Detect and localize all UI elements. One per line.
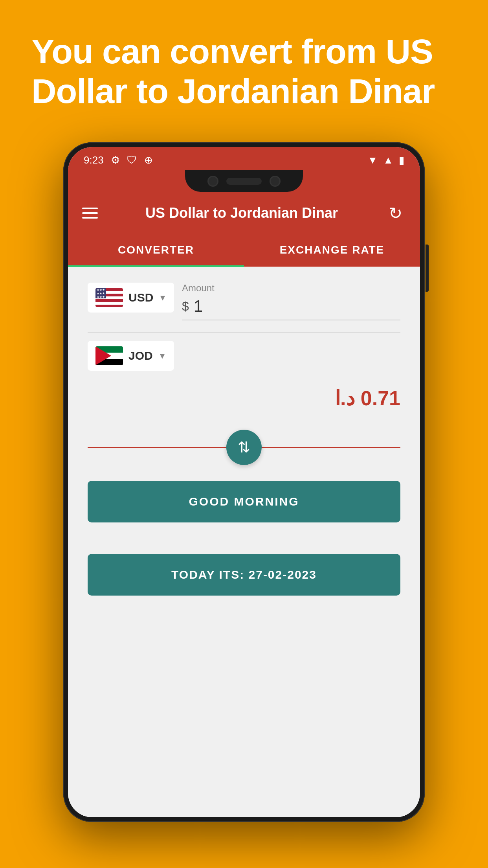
refresh-button[interactable]: ↻ [385,203,406,223]
amount-label: Amount [182,283,400,294]
amount-input-row: $ [182,297,400,320]
battery-icon: ▮ [399,154,404,166]
usd-selector[interactable]: ★★★★★★★★★ USD ▾ [88,283,174,313]
notch [185,170,303,192]
converter-content: ★★★★★★★★★ USD ▾ Amount $ [68,267,420,817]
hero-text: You can convert from US Dollar to Jordan… [0,0,488,134]
tab-bar: CONVERTER EXCHANGE RATE [68,234,420,267]
status-time: 9:23 [84,154,104,166]
tab-exchange-rate[interactable]: EXCHANGE RATE [244,234,420,266]
hamburger-line-1 [82,208,98,209]
amount-input[interactable] [194,297,272,316]
jod-code: JOD [128,349,153,362]
status-bar: 9:23 ⚙ 🛡 ⊕ ▼ ▲ ▮ [68,147,420,170]
usd-stars: ★★★★★★★★★ [97,288,105,298]
earpiece-speaker [226,178,262,185]
status-left: 9:23 ⚙ 🛡 ⊕ [84,154,153,166]
divider-1 [88,332,400,333]
front-camera-right [270,176,281,187]
greeting-button[interactable]: GOOD MORNING [88,481,400,522]
front-camera-left [207,176,218,187]
usd-dropdown-arrow[interactable]: ▾ [160,292,165,303]
swap-container: ⇅ [88,430,400,465]
app-bar: US Dollar to Jordanian Dinar ↻ [68,192,420,234]
tab-converter[interactable]: CONVERTER [68,234,244,266]
signal-icon: ▲ [383,154,393,166]
app-title: US Dollar to Jordanian Dinar [145,205,338,221]
shield-icon: 🛡 [127,154,137,166]
notch-area [68,170,420,192]
hamburger-line-2 [82,212,98,214]
usd-canton: ★★★★★★★★★ [95,288,106,298]
jod-dropdown-arrow[interactable]: ▾ [160,350,165,361]
status-right: ▼ ▲ ▮ [368,154,404,166]
jod-flag [95,346,123,365]
phone-screen: 9:23 ⚙ 🛡 ⊕ ▼ ▲ ▮ [68,147,420,817]
today-date-button[interactable]: TODAY ITS: 27-02-2023 [88,554,400,596]
jod-row: JOD ▾ [88,341,400,371]
jod-flag-triangle [95,346,111,365]
usd-row: ★★★★★★★★★ USD ▾ Amount $ [88,283,400,320]
jod-selector[interactable]: JOD ▾ [88,341,174,371]
usd-stripe-5 [95,299,123,302]
wifi-icon: ▼ [368,154,378,166]
hamburger-line-3 [82,217,98,219]
swap-button[interactable]: ⇅ [226,430,262,465]
usd-symbol: $ [182,299,189,314]
gear-icon: ⚙ [111,154,120,166]
usd-stripe-7 [95,305,123,307]
usd-code: USD [128,291,153,304]
hamburger-menu[interactable] [82,208,98,219]
swap-arrows-icon: ⇅ [238,439,250,456]
phone-mockup: 9:23 ⚙ 🛡 ⊕ ▼ ▲ ▮ [59,134,429,868]
phone-frame: 9:23 ⚙ 🛡 ⊕ ▼ ▲ ▮ [63,142,425,822]
usd-stripe-6 [95,302,123,305]
amount-section: Amount $ [182,283,400,320]
usd-flag: ★★★★★★★★★ [95,288,123,307]
person-icon: ⊕ [144,154,153,166]
jod-result: 0.71 د.ا [88,383,400,418]
